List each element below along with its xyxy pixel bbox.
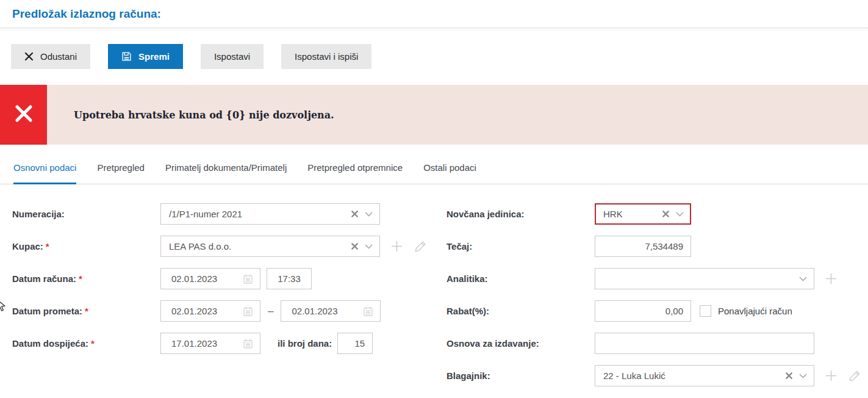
cancel-button-label: Odustani — [40, 51, 77, 62]
datum-prometa-from-value: 02.01.2023 — [171, 306, 217, 316]
page-header: Predložak izlaznog računa: — [0, 0, 868, 28]
add-cashier-plus-icon[interactable] — [825, 369, 838, 382]
form-column-left: Numeracija: /1/P1-numer 2021 Kupac:* LEA… — [12, 203, 434, 397]
kupac-select[interactable]: LEA PAS d.o.o. — [160, 236, 380, 257]
kupac-label: Kupac:* — [12, 241, 160, 251]
tab-bar: Osnovni podaci Pretpregled Primatelj dok… — [0, 162, 868, 184]
row-numeracija: Numeracija: /1/P1-numer 2021 — [12, 203, 434, 225]
datum-racuna-label: Datum računa:* — [12, 273, 160, 284]
tab-osnovni-podaci[interactable]: Osnovni podaci — [13, 162, 76, 184]
mouse-cursor-icon — [0, 299, 7, 316]
row-analitika: Analitika: — [447, 268, 861, 289]
currency-value: HRK — [603, 209, 658, 219]
issue-and-print-button[interactable]: Ispostavi i ispiši — [281, 44, 371, 69]
currency-select[interactable]: HRK — [595, 203, 691, 225]
clear-icon[interactable] — [662, 211, 669, 217]
form-basic-data: Numeracija: /1/P1-numer 2021 Kupac:* LEA… — [0, 184, 868, 397]
save-button[interactable]: Spremi — [108, 44, 183, 69]
issuance-basis-input[interactable] — [595, 333, 814, 354]
analitika-select[interactable] — [595, 268, 814, 289]
datum-prometa-to-input[interactable]: 02.01.2023 — [281, 300, 381, 322]
datum-racuna-time-input[interactable] — [267, 268, 312, 289]
datum-racuna-date-value: 02.01.2023 — [171, 273, 217, 284]
required-asterisk: * — [46, 241, 49, 251]
issue-and-print-button-label: Ispostavi i ispiši — [295, 51, 358, 62]
rabat-label: Rabat(%): — [447, 306, 595, 316]
row-kupac: Kupac:* LEA PAS d.o.o. — [12, 236, 434, 257]
days-count-label: ili broj dana: — [278, 338, 332, 349]
row-datum-prometa: Datum prometa:* 02.01.2023 – 02.01.2023 — [12, 300, 434, 322]
osnova-label: Osnova za izdavanje: — [447, 338, 595, 349]
row-novcana-jedinica: Novčana jedinica: HRK — [447, 203, 861, 225]
recurring-invoice-checkbox[interactable] — [700, 305, 711, 317]
numeracija-value: /1/P1-numer 2021 — [169, 209, 346, 219]
datum-prometa-to-value: 02.01.2023 — [292, 306, 337, 316]
row-rabat: Rabat(%): Ponavljajući račun — [447, 300, 861, 322]
row-datum-dospijeca: Datum dospijeća:* 17.01.2023 ili broj da… — [12, 333, 434, 354]
chevron-down-icon[interactable] — [676, 212, 684, 217]
calendar-icon[interactable] — [364, 306, 373, 316]
tab-pretpregled[interactable]: Pretpregled — [97, 162, 145, 184]
issue-button[interactable]: Ispostavi — [201, 44, 264, 69]
novcana-jedinica-label: Novčana jedinica: — [447, 209, 595, 219]
edit-cashier-pencil-icon[interactable] — [848, 369, 861, 382]
chevron-down-icon[interactable] — [799, 374, 807, 378]
datum-prometa-from-input[interactable]: 02.01.2023 — [160, 300, 260, 322]
discount-input[interactable] — [595, 300, 691, 322]
error-alert: Upotreba hrvatske kuna od {0} nije dozvo… — [0, 85, 868, 145]
cashier-value: 22 - Luka Lukić — [603, 371, 781, 381]
error-x-icon — [13, 103, 35, 127]
row-tecaj: Tečaj: — [447, 236, 861, 257]
required-asterisk: * — [91, 338, 95, 349]
days-count-input[interactable] — [337, 333, 373, 354]
kupac-value: LEA PAS d.o.o. — [169, 241, 346, 251]
required-asterisk: * — [79, 273, 82, 284]
close-icon — [24, 52, 34, 61]
chevron-down-icon[interactable] — [799, 277, 807, 281]
save-icon — [121, 51, 132, 62]
recurring-invoice-label: Ponavljajući račun — [718, 306, 792, 316]
row-osnova: Osnova za izdavanje: — [447, 333, 861, 354]
toolbar: Odustani Spremi Ispostavi Ispostavi i is… — [11, 44, 856, 69]
issue-button-label: Ispostavi — [214, 51, 250, 62]
cancel-button[interactable]: Odustani — [11, 44, 90, 69]
datum-dospijeca-label: Datum dospijeća:* — [12, 338, 160, 349]
cashier-select[interactable]: 22 - Luka Lukić — [595, 365, 814, 386]
chevron-down-icon[interactable] — [365, 244, 373, 249]
analitika-label: Analitika: — [447, 273, 595, 284]
add-analitika-plus-icon[interactable] — [825, 272, 838, 285]
clear-icon[interactable] — [786, 372, 792, 379]
required-asterisk: * — [85, 306, 88, 316]
save-button-label: Spremi — [138, 51, 170, 62]
tab-pretpregled-otpremnice[interactable]: Pretpregled otpremnice — [307, 162, 403, 184]
numeracija-select[interactable]: /1/P1-numer 2021 — [160, 203, 380, 225]
datum-racuna-date-input[interactable]: 02.01.2023 — [160, 268, 260, 289]
row-blagajnik: Blagajnik: 22 - Luka Lukić — [447, 365, 861, 386]
row-datum-racuna: Datum računa:* 02.01.2023 — [12, 268, 434, 289]
clear-icon[interactable] — [351, 211, 358, 217]
calendar-icon[interactable] — [243, 274, 253, 284]
tab-primatelj-dokumenta[interactable]: Primatelj dokumenta/Primatelj — [165, 162, 287, 184]
page-title: Predložak izlaznog računa: — [12, 7, 161, 21]
edit-customer-pencil-icon[interactable] — [414, 240, 427, 253]
date-range-separator: – — [268, 305, 273, 317]
datum-dospijeca-date-value: 17.01.2023 — [171, 338, 217, 349]
blagajnik-label: Blagajnik: — [447, 371, 595, 381]
datum-dospijeca-date-input[interactable]: 17.01.2023 — [160, 333, 260, 354]
numeracija-label: Numeracija: — [12, 209, 160, 219]
datum-prometa-label: Datum prometa:* — [12, 306, 160, 316]
form-column-right: Novčana jedinica: HRK Tečaj: Analitika: — [447, 203, 861, 397]
error-icon-box — [0, 85, 47, 145]
tab-ostali-podaci[interactable]: Ostali podaci — [423, 162, 476, 184]
tecaj-label: Tečaj: — [447, 241, 595, 251]
calendar-icon[interactable] — [243, 306, 253, 316]
chevron-down-icon[interactable] — [365, 212, 373, 217]
exchange-rate-input[interactable] — [595, 236, 691, 257]
clear-icon[interactable] — [351, 243, 358, 250]
add-customer-plus-icon[interactable] — [390, 240, 403, 253]
calendar-icon[interactable] — [243, 339, 253, 349]
error-message: Upotreba hrvatske kuna od {0} nije dozvo… — [47, 85, 868, 145]
